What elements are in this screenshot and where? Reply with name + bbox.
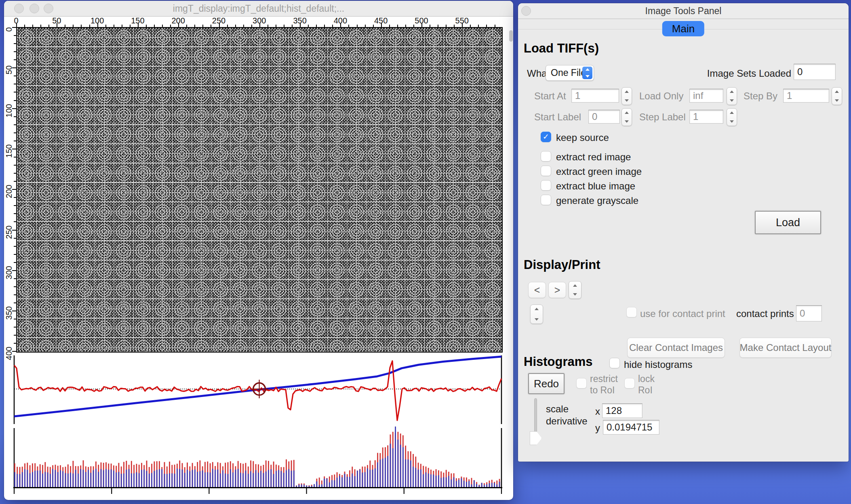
- contact-prints-field[interactable]: 0: [796, 305, 822, 321]
- display-select-stepper[interactable]: [530, 304, 543, 324]
- ruler-label: 400: [328, 16, 352, 25]
- derivative-overview-plot[interactable]: [13, 355, 502, 425]
- load-button[interactable]: Load: [755, 211, 821, 234]
- make-contact-layout-button[interactable]: Make Contact Layout: [739, 338, 832, 358]
- panel-titlebar[interactable]: Image Tools Panel: [518, 3, 849, 19]
- ruler-label: 200: [5, 179, 13, 204]
- hist-bar-blue: [440, 478, 442, 487]
- hist-bar-blue: [230, 469, 231, 487]
- display-index-stepper[interactable]: [569, 281, 581, 299]
- display-print-heading: Display/Print: [524, 258, 600, 272]
- x-label: x: [595, 406, 600, 417]
- load-only-stepper[interactable]: [727, 87, 737, 105]
- hist-bar-blue: [103, 470, 104, 487]
- lock-roi-checkbox[interactable]: ✓: [624, 378, 635, 388]
- hist-bar-blue: [47, 472, 48, 487]
- extract-blue-checkbox[interactable]: ✓: [541, 180, 551, 191]
- y-value: 0.0194715: [607, 422, 652, 433]
- redo-button[interactable]: Redo: [528, 373, 565, 394]
- hist-bar-blue: [189, 471, 190, 487]
- hist-bar-blue: [301, 485, 302, 487]
- hist-bar-blue: [17, 474, 18, 487]
- vertical-scrollbar-thumb[interactable]: [509, 30, 513, 42]
- step-label-field[interactable]: 1: [689, 110, 723, 124]
- hist-bar-blue: [204, 472, 206, 487]
- hist-bar-blue: [98, 472, 99, 487]
- keep-source-checkbox[interactable]: ✓: [541, 132, 551, 142]
- what-popup[interactable]: One File: [546, 65, 594, 81]
- hist-bar-blue: [235, 470, 236, 487]
- left-window-title: imgT_display:imgT_default;hist_default;.…: [4, 1, 513, 16]
- extract-green-checkbox[interactable]: ✓: [541, 166, 551, 176]
- hist-bar-blue: [329, 483, 330, 487]
- hist-bar-blue: [62, 471, 63, 487]
- scale-derivative-slider-track[interactable]: [534, 398, 537, 436]
- histogram-plot[interactable]: [13, 426, 502, 496]
- hist-bar-blue: [471, 484, 472, 487]
- image-sets-loaded-field[interactable]: 0: [794, 64, 836, 80]
- start-label-label: Start Label: [534, 111, 581, 123]
- clear-contact-images-button[interactable]: Clear Contact Images: [627, 338, 725, 358]
- hist-bar-blue: [232, 472, 234, 487]
- hist-bar-blue: [408, 460, 409, 487]
- hist-bar-blue: [29, 473, 31, 487]
- hide-histograms-checkbox[interactable]: ✓: [609, 358, 620, 368]
- hist-bar-blue: [174, 474, 175, 487]
- hist-bar-blue: [463, 481, 465, 487]
- use-for-contact-print-checkbox[interactable]: ✓: [626, 307, 637, 317]
- tab-main[interactable]: Main: [662, 21, 704, 36]
- step-by-field[interactable]: 1: [783, 89, 829, 103]
- hist-bar-blue: [222, 470, 223, 487]
- prev-image-button[interactable]: <: [528, 282, 546, 298]
- hist-bar-blue: [34, 471, 36, 487]
- left-window-titlebar[interactable]: imgT_display:imgT_default;hist_default;.…: [4, 1, 513, 17]
- image-canvas[interactable]: [16, 27, 503, 353]
- hist-bar-blue: [344, 474, 345, 487]
- hist-bar-blue: [248, 474, 249, 487]
- hist-bar-blue: [70, 472, 71, 487]
- hist-bar-blue: [375, 468, 376, 487]
- restrict-to-roi-checkbox[interactable]: ✓: [576, 378, 587, 388]
- hist-bar-blue: [387, 456, 388, 487]
- hist-bar-blue: [326, 479, 328, 487]
- hist-bar-blue: [40, 470, 41, 487]
- hist-bar-blue: [423, 474, 424, 487]
- hist-bar-blue: [296, 486, 297, 487]
- hist-bar-blue: [273, 474, 274, 487]
- step-by-stepper[interactable]: [832, 87, 842, 105]
- hist-bar-blue: [60, 470, 61, 487]
- extract-red-checkbox[interactable]: ✓: [541, 151, 551, 162]
- step-label-stepper[interactable]: [727, 108, 737, 126]
- hist-bar-blue: [133, 473, 135, 487]
- hist-bar-blue: [73, 473, 74, 487]
- hist-bar-blue: [217, 470, 219, 487]
- load-tiffs-heading: Load TIFF(s): [524, 41, 599, 56]
- start-label-stepper[interactable]: [621, 108, 632, 126]
- hist-bar-blue: [245, 470, 246, 487]
- hist-bar-blue: [390, 444, 391, 487]
- hist-bar-blue: [436, 476, 437, 487]
- hist-bar-blue: [428, 474, 429, 487]
- next-image-button[interactable]: >: [548, 282, 566, 298]
- hist-bar-blue: [303, 485, 305, 487]
- hist-bar-blue: [250, 471, 251, 487]
- hist-bar-blue: [410, 460, 411, 487]
- extract-red-label: extract red image: [556, 151, 631, 163]
- hist-bar-blue: [192, 470, 193, 487]
- ruler-label: 250: [5, 220, 13, 244]
- image-sets-loaded-label: Image Sets Loaded: [680, 68, 791, 79]
- y-field[interactable]: 0.0194715: [603, 420, 659, 435]
- load-only-field[interactable]: inf: [689, 89, 723, 103]
- extract-blue-label: extract blue image: [556, 181, 635, 192]
- hist-bar-blue: [479, 485, 480, 487]
- start-label-field[interactable]: 0: [588, 110, 620, 124]
- scale-derivative-slider-thumb[interactable]: [530, 431, 542, 445]
- start-at-field[interactable]: 1: [571, 89, 619, 103]
- x-field[interactable]: 128: [602, 403, 642, 418]
- start-at-stepper[interactable]: [621, 87, 632, 105]
- hist-bar-blue: [362, 472, 363, 487]
- hist-bar-blue: [220, 473, 221, 487]
- hist-bar-blue: [316, 481, 318, 487]
- generate-grayscale-checkbox[interactable]: ✓: [541, 195, 551, 205]
- hist-bar-blue: [151, 473, 152, 487]
